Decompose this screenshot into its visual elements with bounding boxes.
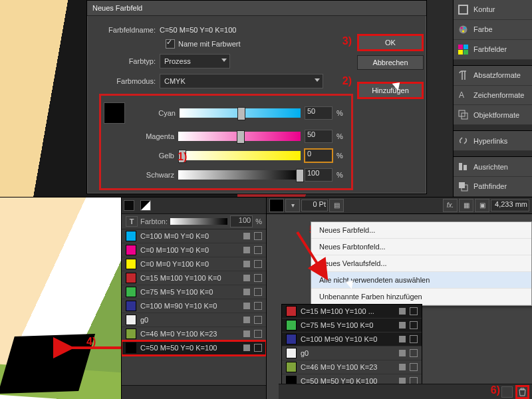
sidebar-item-pathfinder[interactable]: Pathfinder — [454, 177, 532, 197]
callout-2: 2) — [342, 75, 352, 87]
color-type-icon — [243, 344, 250, 351]
tint-slider[interactable] — [170, 218, 227, 225]
measurement-field[interactable]: 4,233 mm — [491, 200, 529, 211]
color-type-icon — [243, 247, 250, 253]
sidebar-item-label: Absatzformate — [473, 71, 521, 79]
text-wrap-button[interactable]: ▦ — [459, 199, 473, 212]
add-button[interactable]: Hinzufügen — [357, 82, 424, 99]
swatch-preview — [104, 102, 125, 124]
object-styles-icon — [458, 109, 469, 120]
right-panel-strip: Kontur Farbe Farbfelder Absatzformate A … — [453, 0, 532, 197]
sidebar-item-stroke[interactable]: Kontur — [454, 0, 532, 20]
ctx-select-unused[interactable]: Alle nicht verwendeten auswählen — [311, 272, 531, 289]
magenta-value[interactable]: 50 — [305, 130, 332, 143]
slider-group: Cyan 50 % Magenta 50 % Gelb — [99, 94, 353, 190]
black-label: Schwarz — [134, 171, 174, 179]
swatches-icon — [458, 44, 469, 55]
sidebar-item-swatches[interactable]: Farbfelder — [454, 40, 532, 60]
cyan-value[interactable]: 50 — [305, 106, 332, 120]
color-mode-icon — [254, 316, 262, 324]
magenta-slider[interactable] — [178, 132, 301, 141]
swatch-row[interactable]: C=100 M=0 Y=0 K=0 — [122, 229, 266, 243]
swatch-chip — [126, 315, 136, 325]
color-mode-icon — [410, 321, 418, 329]
swatch-row[interactable]: g0 — [282, 346, 422, 360]
swatch-row[interactable]: C=46 M=0 Y=100 K=23 — [122, 327, 266, 341]
trash-icon[interactable] — [517, 386, 528, 398]
hyperlinks-icon — [458, 135, 469, 146]
yellow-value[interactable]: 0 — [305, 149, 332, 162]
cyan-label: Cyan — [136, 109, 176, 117]
char-styles-icon: A — [458, 89, 469, 100]
swatch-chip — [286, 334, 297, 344]
swatch-row[interactable]: C=75 M=5 Y=100 K=0 — [282, 319, 422, 332]
stroke-weight-value[interactable]: 0 Pt — [301, 200, 328, 211]
ctx-new-tint-swatch[interactable]: Neues Farbtonfeld... — [311, 239, 531, 255]
name-with-color-checkbox[interactable] — [166, 39, 175, 49]
stroke-proxy[interactable] — [140, 200, 151, 211]
ok-button[interactable]: OK — [357, 34, 424, 51]
swatch-row[interactable]: C=100 M=90 Y=10 K=0 — [282, 332, 422, 346]
swatch-row[interactable]: g0 — [122, 313, 266, 327]
ctx-add-unnamed[interactable]: Unbenannte Farben hinzufügen — [311, 289, 531, 305]
color-type-icon — [243, 317, 250, 323]
color-type-icon — [399, 350, 406, 356]
color-type-icon — [399, 364, 406, 370]
sidebar-item-char-styles[interactable]: A Zeichenformate — [454, 86, 532, 106]
fill-color-button[interactable] — [269, 199, 284, 212]
fill-proxy[interactable] — [124, 200, 134, 211]
color-type-icon — [243, 275, 250, 281]
swatch-row[interactable]: C=15 M=100 Y=100 ... — [282, 305, 422, 319]
color-type-label: Farbtyp: — [99, 57, 160, 65]
swatch-label: C=50 M=50 Y=0 K=100 — [140, 344, 239, 352]
swatch-chip — [126, 231, 136, 241]
new-swatch-icon[interactable] — [501, 386, 513, 398]
cancel-button[interactable]: Abbrechen — [357, 55, 424, 70]
swatch-label: C=0 M=0 Y=100 K=0 — [140, 260, 239, 268]
yellow-slider[interactable] — [178, 151, 301, 160]
swatch-chip — [126, 259, 136, 269]
cyan-slider[interactable] — [180, 108, 301, 118]
swatch-row[interactable]: C=50 M=50 Y=0 K=100 — [122, 341, 266, 355]
black-value[interactable]: 100 — [305, 168, 332, 182]
swatch-row[interactable]: C=75 M=5 Y=100 K=0 — [122, 285, 266, 299]
stroke-weight-picker[interactable]: ▾ — [285, 199, 300, 212]
color-type-icon — [243, 233, 250, 239]
swatch-row[interactable]: C=0 M=0 Y=100 K=0 — [122, 257, 266, 271]
sidebar-item-color[interactable]: Farbe — [454, 20, 532, 40]
swatch-row[interactable]: C=46 M=0 Y=100 K=23 — [282, 360, 422, 374]
apply-to-text-toggle[interactable]: T — [126, 216, 138, 227]
sidebar-item-hyperlinks[interactable]: Hyperlinks — [454, 131, 532, 151]
svg-point-4 — [462, 30, 464, 32]
swatch-chip — [126, 329, 136, 339]
sidebar-item-object-styles[interactable]: Objektformate — [454, 105, 532, 125]
color-mode-select[interactable]: CMYK — [160, 74, 323, 88]
effects-button[interactable]: fx. — [443, 199, 458, 212]
frame-fitting-button[interactable]: ▣ — [475, 199, 489, 212]
tint-value[interactable]: 100 — [230, 215, 253, 227]
stroke-style-button[interactable]: ▤ — [329, 199, 344, 212]
color-type-select[interactable]: Prozess — [160, 54, 230, 68]
svg-rect-7 — [458, 50, 463, 55]
swatch-label: C=75 M=5 Y=100 K=0 — [301, 321, 395, 329]
sidebar-item-paragraph-styles[interactable]: Absatzformate — [454, 66, 532, 86]
swatch-name-label: Farbfeldname: — [99, 26, 160, 34]
ctx-new-swatch[interactable]: Neues Farbfeld... — [311, 222, 531, 239]
callout-1: 1) — [178, 151, 187, 163]
swatch-row[interactable]: C=0 M=100 Y=0 K=0 — [122, 243, 266, 257]
color-type-icon — [243, 261, 250, 267]
sidebar-item-label: Farbe — [473, 25, 493, 33]
swatch-row[interactable]: C=15 M=100 Y=100 K=0 — [122, 271, 266, 285]
color-type-icon — [399, 322, 406, 329]
sidebar-item-align[interactable]: Ausrichten — [454, 157, 532, 177]
black-slider[interactable] — [178, 170, 301, 180]
ctx-new-gradient-swatch[interactable]: Neues Verlaufsfeld... — [311, 255, 531, 272]
tint-label: Farbton: — [140, 217, 168, 225]
color-mode-label: Farbmodus: — [99, 77, 160, 85]
swatches-context-menu: Neues Farbfeld... Neues Farbtonfeld... N… — [311, 221, 532, 306]
swatch-row[interactable]: C=100 M=90 Y=10 K=0 — [122, 299, 266, 313]
swatch-chip — [126, 273, 136, 283]
dialog-title: Neues Farbfeld — [87, 1, 426, 16]
pathfinder-icon — [458, 181, 469, 192]
svg-rect-12 — [459, 163, 462, 170]
